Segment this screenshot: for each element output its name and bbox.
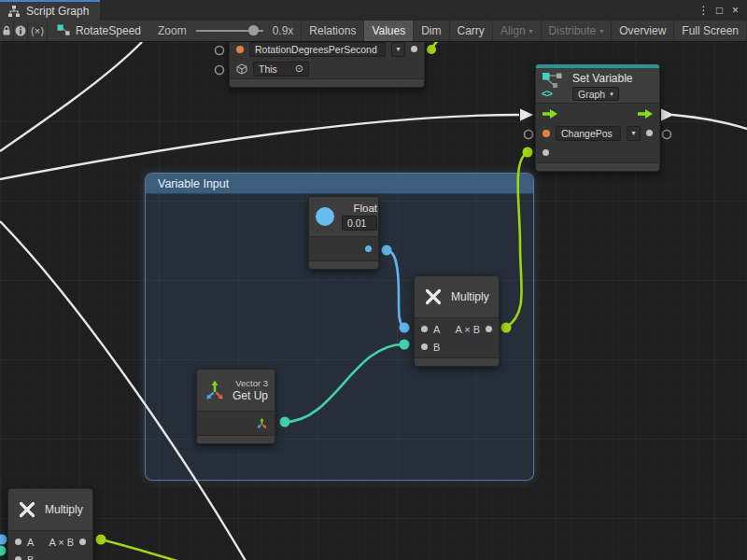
window-menu-button[interactable]: ⋮ — [696, 1, 712, 20]
vector3-output-port[interactable] — [256, 417, 268, 429]
toolbar-button-fullscreen[interactable]: Full Screen — [674, 21, 747, 41]
variable-port[interactable] — [543, 130, 550, 137]
multiply-node[interactable]: Multiply A A × B B — [414, 275, 500, 367]
value-output-port[interactable] — [646, 130, 653, 136]
toolbar-button-carry[interactable]: Carry — [450, 21, 493, 41]
input-port-b[interactable] — [15, 556, 21, 560]
toolbar-button-values[interactable]: Values — [364, 21, 414, 41]
flow-out-port[interactable] — [638, 109, 653, 119]
target-row: This ⊙ — [230, 59, 424, 78]
value-wire-green-bottom[interactable] — [101, 539, 183, 560]
get-variable-node[interactable]: RotationDegreesPerSecond ▾ This ⊙ — [229, 42, 425, 88]
flow-arrowhead — [520, 109, 533, 121]
window-controls: ⋮ □ × — [696, 0, 747, 21]
toolbar-button-distribute[interactable]: Distribute ▾ — [542, 21, 613, 41]
vector3-get-up-node[interactable]: Vector 3 Get Up — [196, 369, 275, 444]
info-button[interactable] — [14, 21, 28, 41]
tab-script-graph[interactable]: Script Graph — [0, 0, 100, 21]
variable-name-dropdown[interactable]: RotationDegreesPerSecond — [249, 42, 386, 57]
variable-scope-dropdown[interactable]: Graph ▾ — [572, 87, 619, 101]
script-graph-icon — [7, 5, 21, 18]
flow-in-port[interactable] — [543, 109, 557, 119]
toolbar-button-align[interactable]: Align ▾ — [493, 21, 542, 41]
set-variable-icon: <> — [542, 72, 566, 99]
zoom-control: Zoom 0.9x — [150, 21, 302, 41]
edit-source-button[interactable]: ⟨×⟩ — [28, 21, 48, 41]
toolbar-button-relations[interactable]: Relations — [302, 21, 364, 41]
port-row-a: A A × B — [8, 533, 92, 551]
multiply-x-icon — [423, 287, 444, 307]
port-row-a: A A × B — [415, 320, 499, 338]
value-input-row — [536, 143, 659, 162]
node-footer — [197, 435, 275, 443]
node-title: Float — [353, 203, 377, 214]
node-header: Multiply — [8, 489, 92, 531]
node-title: Multiply — [451, 290, 489, 303]
input-port-a[interactable] — [421, 326, 428, 332]
port-ring[interactable] — [216, 66, 224, 75]
lock-icon — [0, 24, 13, 37]
zoom-slider-handle[interactable] — [248, 25, 259, 35]
dropdown-arrow-button[interactable]: ▾ — [391, 42, 405, 57]
flow-wire[interactable] — [0, 42, 142, 151]
dropdown-arrow-button[interactable]: ▾ — [627, 126, 641, 141]
port-row-b: B — [415, 338, 499, 356]
port-ring[interactable] — [663, 131, 671, 139]
float-value-input[interactable]: 0.01 — [342, 216, 377, 231]
object-picker-icon[interactable]: ⊙ — [295, 63, 303, 75]
target-object-field[interactable]: This ⊙ — [253, 62, 309, 77]
chevron-down-icon: ▾ — [529, 27, 533, 35]
graph-toolbar: ⟨×⟩ RotateSpeed Zoom 0.9x Relations Valu… — [0, 21, 747, 42]
node-title: Set Variable — [572, 72, 632, 85]
close-button[interactable]: × — [727, 1, 743, 20]
window-tab-bar: Script Graph ⋮ □ × — [0, 0, 747, 21]
vector3-axes-icon — [204, 379, 226, 401]
node-header: Float 0.01 — [309, 197, 378, 237]
flow-row — [536, 104, 659, 123]
tab-title: Script Graph — [26, 5, 89, 18]
node-header: Multiply — [415, 276, 499, 318]
value-output-port[interactable] — [411, 46, 417, 52]
node-header: <> Set Variable Graph ▾ — [536, 68, 659, 104]
port-row-b: B — [8, 551, 92, 560]
maximize-button[interactable]: □ — [712, 1, 727, 20]
breadcrumb-label: RotateSpeed — [76, 24, 141, 37]
output-port-axb[interactable] — [486, 326, 492, 332]
graph-canvas[interactable]: Variable Input — [0, 42, 747, 560]
group-header[interactable]: Variable Input — [146, 174, 533, 194]
zoom-slider[interactable] — [196, 30, 263, 32]
node-footer — [415, 357, 499, 366]
node-footer — [230, 78, 424, 87]
toolbar-button-dim[interactable]: Dim — [414, 21, 449, 41]
input-port-a[interactable] — [15, 539, 21, 545]
graph-breadcrumb[interactable]: RotateSpeed — [48, 21, 150, 41]
float-literal-node[interactable]: Float 0.01 — [308, 196, 379, 270]
info-icon — [14, 24, 27, 37]
node-title: Get Up — [233, 389, 268, 402]
port-ring[interactable] — [216, 47, 224, 55]
flow-wire-into-set-variable[interactable] — [0, 115, 519, 179]
port-ring[interactable] — [525, 131, 533, 139]
flow-wire-out-of-set-variable[interactable] — [672, 115, 747, 129]
output-port-axb[interactable] — [79, 539, 86, 545]
node-title: Multiply — [45, 503, 83, 516]
lock-button[interactable] — [0, 21, 14, 41]
gameobject-cube-icon — [236, 63, 247, 75]
node-header: Vector 3 Get Up — [197, 370, 275, 412]
toolbar-button-overview[interactable]: Overview — [612, 21, 674, 41]
float-output-port[interactable] — [365, 245, 372, 252]
variable-name-row: RotationDegreesPerSecond ▾ — [230, 42, 424, 59]
chevron-down-icon: ▾ — [599, 27, 603, 35]
flow-arrowhead — [661, 109, 674, 121]
input-port-b[interactable] — [421, 343, 428, 350]
node-footer — [309, 260, 378, 269]
variable-port[interactable] — [236, 46, 244, 53]
float-type-icon — [316, 207, 334, 226]
code-brackets-icon: ⟨×⟩ — [30, 25, 44, 37]
value-wire-green[interactable] — [431, 42, 444, 49]
group-title: Variable Input — [158, 177, 229, 190]
multiply-node-bottom[interactable]: Multiply A A × B B — [7, 488, 93, 560]
set-variable-node[interactable]: <> Set Variable Graph ▾ — [535, 63, 660, 172]
variable-name-dropdown[interactable]: ChangePos — [556, 126, 621, 141]
value-input-port[interactable] — [543, 149, 549, 156]
